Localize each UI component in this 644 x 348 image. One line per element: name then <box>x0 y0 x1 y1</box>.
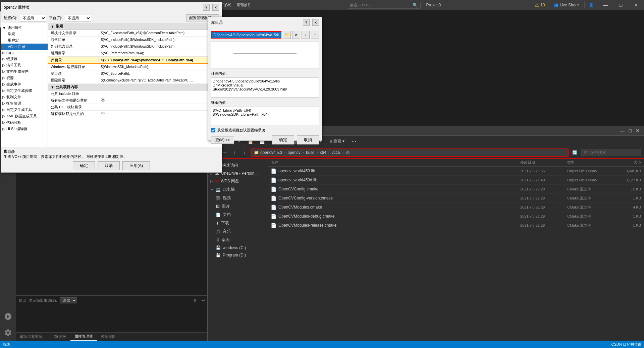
tree-item-resource[interactable]: ▷ 资源 <box>1 75 48 81</box>
file-row-4[interactable]: 📄 OpenCVModules.cmake 2021/7/5 21:29 CMa… <box>268 203 644 212</box>
sidebar-wps[interactable]: ▷ W WPS 网盘 <box>208 177 268 185</box>
dialog-help-btn[interactable]: ? <box>203 4 210 11</box>
output-source-select[interactable]: 调试 <box>60 297 77 303</box>
nav-sep-4: › <box>342 150 343 155</box>
props-val-ref[interactable]: $(VC_ReferencesPath_x64); <box>98 50 222 56</box>
props-val-lib[interactable]: $(VC_LibraryPath_x64);$(WindowsSDK_Libra… <box>99 57 221 63</box>
nav-sep-3: › <box>328 150 330 155</box>
tree-item-xml-data[interactable]: ▷ XML 数据生成工具 <box>1 113 48 119</box>
status-ready[interactable]: 就绪 <box>0 341 13 348</box>
tree-item-build-events[interactable]: ▷ 生成事件 <box>1 81 48 88</box>
tree-item-usermacro[interactable]: 用户宏 <box>1 37 48 44</box>
sidebar-desktop[interactable]: 🖥 桌面 <box>208 236 268 244</box>
menu-help[interactable]: 帮助(H) <box>234 0 253 10</box>
minimize-button[interactable]: — <box>598 0 613 10</box>
close-button[interactable]: ✕ <box>629 0 644 10</box>
maximize-button[interactable]: □ <box>613 0 629 10</box>
lib-path-input[interactable] <box>211 31 281 39</box>
tree-item-copy-files[interactable]: ▷ 复制文件 <box>1 94 48 100</box>
lib-up-btn[interactable]: ↑ <box>311 31 319 39</box>
section-arrow-public: ▼ <box>51 85 54 89</box>
nav-up-btn[interactable]: ↑ <box>230 149 238 157</box>
tree-item-custom-build[interactable]: ▷ 自定义生成步骤 <box>1 88 48 94</box>
nav-down-btn[interactable]: ↓ <box>240 149 249 157</box>
lib-close-btn[interactable]: ✕ <box>312 19 319 26</box>
lib-ok-btn[interactable]: 确定 <box>272 135 294 144</box>
tree-item-manifest[interactable]: ▷ 清单工具 <box>1 62 48 68</box>
props-val-pub-include[interactable] <box>98 91 222 97</box>
macro-btn[interactable]: 宏(M) >> <box>211 136 234 144</box>
file-row-0[interactable]: 📄 opencv_world453.lib 2021/7/5 21:55 Obj… <box>268 167 644 176</box>
nav-refresh-btn[interactable]: 🔄 <box>571 149 579 157</box>
props-val-source[interactable]: $(VC_SourcePath); <box>98 70 222 77</box>
props-section-general[interactable]: ▼ 常规 <box>48 23 222 30</box>
tab-solution[interactable]: 解决方案资源... <box>16 333 49 341</box>
tab-props[interactable]: 属性管理器 <box>70 333 97 341</box>
sidebar-drive-c[interactable]: 💾 windows (C:) <box>208 244 268 251</box>
file-size-2: 15 KB <box>614 187 641 191</box>
props-val-all-headers[interactable]: 否 <box>98 97 222 104</box>
tree-item-general[interactable]: 常规 <box>1 31 48 37</box>
tree-item-linker[interactable]: ▷ 链接器 <box>1 56 48 62</box>
file-row-5[interactable]: 📄 OpenCVModules-debug.cmake 2021/7/5 21:… <box>268 212 644 221</box>
props-val-pub-cpp[interactable] <box>98 104 222 110</box>
props-val-all-modules[interactable]: 否 <box>98 111 222 117</box>
props-val-winrt[interactable]: $(WindowsSDK_MetadataPath); <box>98 64 222 70</box>
sidebar-music[interactable]: 🎵 音乐 <box>208 227 268 236</box>
lib-folder-btn[interactable]: 📁 <box>283 31 291 39</box>
props-val-exec[interactable]: $(VC_ExecutablePath_x64);$(CommonExecuta… <box>98 30 222 36</box>
tree-item-vcdir[interactable]: VC++ 目录 <box>1 44 48 50</box>
tree-item-common[interactable]: ▼ 通用属性 <box>1 24 48 31</box>
sidebar-picture[interactable]: 🖼 图片 <box>208 202 268 211</box>
output-clear-icon[interactable]: 🗑 <box>192 297 199 304</box>
props-val-include[interactable]: $(VC_IncludePath);$(WindowsSDK_IncludePa… <box>98 37 222 43</box>
sidebar-video[interactable]: 🎬 视频 <box>208 194 268 202</box>
sidebar-drive-d[interactable]: 💾 Program (D:) <box>208 251 268 259</box>
lib-help-btn[interactable]: ? <box>303 19 310 26</box>
liveshare-button[interactable]: 👥 Live Share <box>551 1 582 9</box>
col-date: 修改日期 <box>520 160 567 165</box>
user-icon[interactable]: 👤 <box>587 3 595 7</box>
inherit-checkbox[interactable] <box>211 128 215 132</box>
props-section-public[interactable]: ▼ 公共项目内容 <box>48 84 222 91</box>
ok-button[interactable]: 确定 <box>73 161 95 170</box>
file-row-6[interactable]: 📄 OpenCVModules-release.cmake 2021/7/5 2… <box>268 221 644 230</box>
view-btn[interactable]: ≡ 查看 ▾ <box>327 137 347 146</box>
file-row-2[interactable]: 📄 OpenCVConfig.cmake 2021/7/5 21:29 CMak… <box>268 185 644 194</box>
status-csdn[interactable]: CSDN @忆初芯锋 <box>609 342 644 347</box>
file-date-1: 2021/7/5 21:40 <box>520 178 567 182</box>
lib-down-btn[interactable]: ↓ <box>302 31 310 39</box>
more-icon[interactable]: ⋯ <box>350 138 358 145</box>
tree-item-custom-tool[interactable]: ▷ 自定义生成工具 <box>1 107 48 113</box>
explorer-close-btn[interactable]: ✕ <box>636 128 640 133</box>
nav-path-bar[interactable]: 📁 opencv4.5.3 › opencv › build › x64 › v… <box>251 149 569 157</box>
props-val-ext-include[interactable]: $(VC_IncludePath);$(WindowsSDK_IncludePa… <box>98 43 222 50</box>
activity-settings[interactable] <box>0 325 16 341</box>
apply-button[interactable]: 应用(A) <box>122 161 150 170</box>
tree-item-code-analysis[interactable]: ▷ 代码分析 <box>1 119 48 126</box>
tree-item-hlsl[interactable]: ▷ HLSL 编译器 <box>1 126 48 132</box>
config-select[interactable]: 不适用 <box>20 15 46 21</box>
sidebar-doc[interactable]: 📄 文档 <box>208 211 268 219</box>
tree-item-docgen[interactable]: ▷ 文档生成程序 <box>1 68 48 75</box>
output-source-label: 显示输出来源(S): <box>29 298 57 303</box>
tab-resource[interactable]: 资源视图 <box>97 333 120 341</box>
nav-search-input[interactable] <box>581 149 641 156</box>
platform-select[interactable]: 不适用 <box>65 15 91 21</box>
tree-item-managed[interactable]: ▷ 托管资源 <box>1 100 48 107</box>
cancel-button[interactable]: 取消 <box>98 161 120 170</box>
dialog-close-btn[interactable]: ✕ <box>212 4 219 11</box>
output-wrap-icon[interactable]: ↩ <box>200 297 207 304</box>
sidebar-thispc[interactable]: ▼ 💻 此电脑 <box>208 185 268 194</box>
explorer-min-btn[interactable]: — <box>620 128 625 133</box>
activity-git[interactable] <box>0 308 16 325</box>
file-row-3[interactable]: 📄 OpenCVConfig-version.cmake 2021/7/5 21… <box>268 194 644 203</box>
props-val-exclude[interactable]: $(CommonExcludePath);$(VC_ExecutablePath… <box>98 77 222 83</box>
sidebar-download[interactable]: ⬇ 下载 <box>208 219 268 227</box>
tree-item-cpp[interactable]: ▷ C/C++ <box>1 50 48 56</box>
tab-git[interactable]: Git 更改 <box>49 333 70 341</box>
file-row-1[interactable]: 📄 opencv_world453d.lib 2021/7/5 21:40 Ob… <box>268 176 644 185</box>
lib-delete-btn[interactable]: ✕ <box>292 31 300 39</box>
lib-cancel-btn[interactable]: 取消 <box>297 135 319 144</box>
explorer-max-btn[interactable]: □ <box>629 128 632 133</box>
